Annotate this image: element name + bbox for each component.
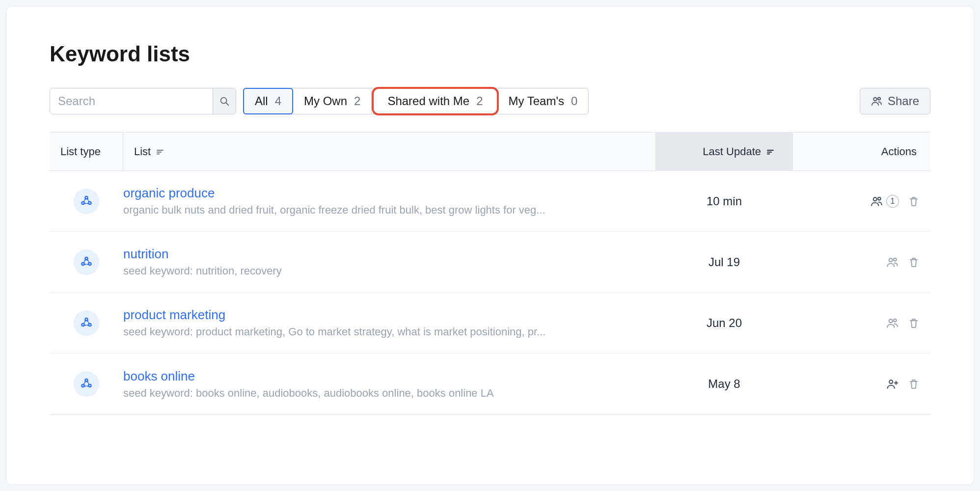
table-row: organic produce organic bulk nuts and dr… xyxy=(50,171,930,232)
list-title-link[interactable]: books online xyxy=(123,369,636,384)
filter-label: My Team's xyxy=(509,94,565,108)
controls-row: All 4 My Own 2 Shared with Me 2 My Team'… xyxy=(50,88,930,114)
people-icon xyxy=(886,317,899,329)
cell-list: books online seed keyword: books online,… xyxy=(123,369,655,400)
cell-actions: 1 xyxy=(793,195,930,208)
trash-icon xyxy=(908,195,920,207)
header-list[interactable]: List xyxy=(123,145,655,158)
search-button[interactable] xyxy=(213,88,236,114)
share-action[interactable] xyxy=(886,378,899,390)
table-header: List type List Last Update Actions xyxy=(50,133,930,171)
type-icon-cluster xyxy=(74,249,99,275)
people-icon xyxy=(886,256,899,269)
delete-action[interactable] xyxy=(908,378,920,390)
list-title-link[interactable]: nutrition xyxy=(123,246,636,262)
people-icon xyxy=(871,195,883,208)
list-subtitle: organic bulk nuts and dried fruit, organ… xyxy=(123,204,636,217)
delete-action[interactable] xyxy=(908,256,920,268)
cell-list: organic produce organic bulk nuts and dr… xyxy=(123,186,655,217)
cluster-icon xyxy=(80,316,93,330)
filter-count: 4 xyxy=(275,94,281,108)
cell-last-update: Jun 20 xyxy=(655,316,793,330)
cell-list: product marketing seed keyword: product … xyxy=(123,307,655,338)
share-action[interactable] xyxy=(886,317,899,329)
trash-icon xyxy=(908,256,920,268)
filter-label: My Own xyxy=(304,94,347,108)
cell-type xyxy=(50,371,123,397)
trash-icon xyxy=(908,378,920,390)
main-panel: Keyword lists All 4 My Own 2 Shared with… xyxy=(6,6,974,485)
list-subtitle: seed keyword: books online, audiobooks, … xyxy=(123,387,636,400)
list-subtitle: seed keyword: product marketing, Go to m… xyxy=(123,326,636,338)
filter-my-own[interactable]: My Own 2 xyxy=(293,88,372,114)
delete-action[interactable] xyxy=(908,195,920,207)
cell-type xyxy=(50,189,123,214)
filter-label: Shared with Me xyxy=(387,94,469,108)
cell-actions xyxy=(793,256,930,269)
cell-last-update: 10 min xyxy=(655,194,793,208)
filter-label: All xyxy=(255,94,268,108)
list-subtitle: seed keyword: nutrition, recovery xyxy=(123,265,636,277)
share-label: Share xyxy=(888,94,919,108)
cluster-icon xyxy=(80,194,93,208)
filter-count: 2 xyxy=(476,94,483,108)
spacer xyxy=(596,88,853,114)
filter-shared-with-me[interactable]: Shared with Me 2 xyxy=(372,87,498,115)
type-icon-cluster xyxy=(74,189,99,214)
share-action[interactable] xyxy=(886,256,899,269)
header-last-update[interactable]: Last Update xyxy=(655,133,793,170)
cell-actions xyxy=(793,317,930,329)
header-actions: Actions xyxy=(793,145,930,158)
list-title-link[interactable]: product marketing xyxy=(123,307,636,323)
page-title: Keyword lists xyxy=(50,42,930,66)
share-action[interactable]: 1 xyxy=(871,195,899,208)
cluster-icon xyxy=(80,377,93,391)
trash-icon xyxy=(908,317,920,329)
table-row: product marketing seed keyword: product … xyxy=(50,293,930,354)
cell-type xyxy=(50,310,123,336)
type-icon-cluster xyxy=(74,310,99,336)
header-list-type[interactable]: List type xyxy=(50,133,123,170)
cell-last-update: Jul 19 xyxy=(655,255,793,269)
sort-icon xyxy=(766,147,775,156)
sort-icon xyxy=(156,147,164,156)
keyword-lists-table: List type List Last Update Actions organ… xyxy=(50,132,930,415)
filter-all[interactable]: All 4 xyxy=(243,88,293,114)
share-count-badge: 1 xyxy=(886,195,899,208)
share-button[interactable]: Share xyxy=(860,88,930,114)
table-row: books online seed keyword: books online,… xyxy=(50,354,930,414)
filter-count: 2 xyxy=(354,94,360,108)
filter-count: 0 xyxy=(571,94,577,108)
list-title-link[interactable]: organic produce xyxy=(123,186,636,201)
cell-last-update: May 8 xyxy=(655,377,793,391)
cell-actions xyxy=(793,378,930,390)
search-icon xyxy=(219,96,230,107)
filter-my-teams[interactable]: My Team's 0 xyxy=(498,88,589,114)
cell-type xyxy=(50,249,123,275)
person-add-icon xyxy=(886,378,899,390)
people-icon xyxy=(871,95,883,107)
cluster-icon xyxy=(80,255,93,269)
filter-tabs: All 4 My Own 2 Shared with Me 2 My Team'… xyxy=(243,88,589,114)
type-icon-cluster xyxy=(74,371,99,397)
table-row: nutrition seed keyword: nutrition, recov… xyxy=(50,232,930,293)
search-input[interactable] xyxy=(50,88,213,114)
delete-action[interactable] xyxy=(908,317,920,329)
cell-list: nutrition seed keyword: nutrition, recov… xyxy=(123,246,655,277)
search-wrap xyxy=(50,88,236,114)
